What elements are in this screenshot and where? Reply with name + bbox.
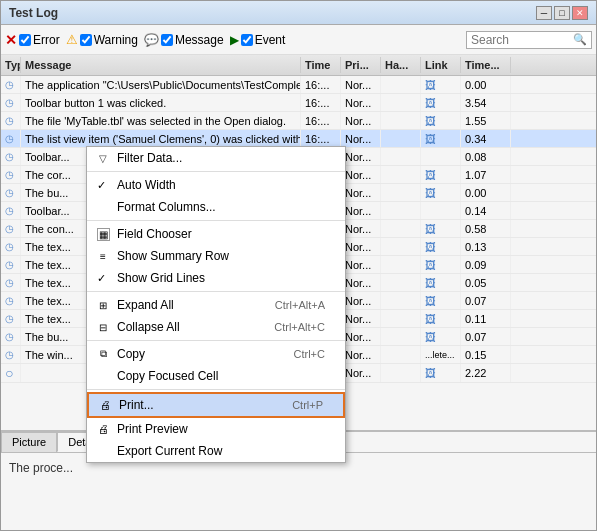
menu-item-show-grid-lines[interactable]: ✓ Show Grid Lines (87, 267, 345, 289)
toolbar-message: 💬 Message (144, 33, 224, 47)
menu-item-print-preview[interactable]: 🖨 Print Preview (87, 418, 345, 440)
menu-item-field-chooser[interactable]: ▦ Field Chooser (87, 223, 345, 245)
bottom-content-text: The proce... (9, 461, 73, 475)
tab-picture[interactable]: Picture (1, 432, 57, 452)
error-checkbox[interactable] (19, 34, 31, 46)
restore-button[interactable]: □ (554, 6, 570, 20)
menu-separator (87, 220, 345, 221)
event-checkbox[interactable] (241, 34, 253, 46)
menu-label-filter-data: Filter Data... (117, 151, 182, 165)
shortcut-print: Ctrl+P (292, 399, 323, 411)
event-icon: ▶ (230, 33, 239, 47)
row-message: The application "C:\Users\Public\Documen… (21, 76, 301, 93)
menu-label-auto-width: Auto Width (117, 178, 176, 192)
menu-item-export-current-row[interactable]: Export Current Row (87, 440, 345, 462)
row-ha (381, 76, 421, 93)
menu-item-collapse-all[interactable]: ⊟ Collapse All Ctrl+Alt+C (87, 316, 345, 338)
title-bar: Test Log ─ □ ✕ (1, 1, 596, 25)
col-time: Time (301, 57, 341, 73)
warning-label: Warning (94, 33, 138, 47)
menu-label-expand-all: Expand All (117, 298, 174, 312)
row-elapsed: 0.00 (461, 76, 511, 93)
menu-item-copy[interactable]: ⧉ Copy Ctrl+C (87, 343, 345, 365)
shortcut-expand-all: Ctrl+Alt+A (275, 299, 325, 311)
shortcut-copy: Ctrl+C (294, 348, 325, 360)
error-label: Error (33, 33, 60, 47)
menu-label-print: Print... (119, 398, 154, 412)
col-message: Message (21, 57, 301, 73)
menu-separator (87, 389, 345, 390)
menu-label-show-summary-row: Show Summary Row (117, 249, 229, 263)
col-elapsed: Time... (461, 57, 511, 73)
window-title: Test Log (9, 6, 58, 20)
menu-item-filter-data[interactable]: ▽ Filter Data... (87, 147, 345, 169)
copy-icon: ⧉ (95, 346, 111, 362)
collapse-icon: ⊟ (95, 319, 111, 335)
test-log-window: Test Log ─ □ ✕ ✕ Error ⚠ Warning 💬 Messa… (0, 0, 597, 531)
print-icon: 🖨 (97, 397, 113, 413)
search-icon: 🔍 (573, 33, 587, 46)
menu-item-show-summary-row[interactable]: ≡ Show Summary Row (87, 245, 345, 267)
toolbar-warning: ⚠ Warning (66, 32, 138, 47)
context-menu: ▽ Filter Data... ✓ Auto Width Format Col… (86, 146, 346, 463)
menu-item-print[interactable]: 🖨 Print... Ctrl+P (87, 392, 345, 418)
filter-icon: ▽ (95, 150, 111, 166)
search-input[interactable] (471, 33, 571, 47)
col-priority: Pri... (341, 57, 381, 73)
shortcut-collapse-all: Ctrl+Alt+C (274, 321, 325, 333)
toolbar-error: ✕ Error (5, 32, 60, 48)
menu-label-copy: Copy (117, 347, 145, 361)
table-row[interactable]: ◷ The file 'MyTable.tbl' was selected in… (1, 112, 596, 130)
menu-label-show-grid-lines: Show Grid Lines (117, 271, 205, 285)
menu-item-expand-all[interactable]: ⊞ Expand All Ctrl+Alt+A (87, 294, 345, 316)
message-label: Message (175, 33, 224, 47)
table-row[interactable]: ◷ The application "C:\Users\Public\Docum… (1, 76, 596, 94)
row-time: 16:... (301, 76, 341, 93)
col-link: Link (421, 57, 461, 73)
menu-separator (87, 340, 345, 341)
summary-row-icon: ≡ (95, 248, 111, 264)
warning-icon: ⚠ (66, 32, 78, 47)
window-controls: ─ □ ✕ (536, 6, 588, 20)
menu-separator (87, 171, 345, 172)
search-box: 🔍 (466, 31, 592, 49)
message-icon: 💬 (144, 33, 159, 47)
menu-item-copy-focused-cell[interactable]: Copy Focused Cell (87, 365, 345, 387)
error-icon: ✕ (5, 32, 17, 48)
message-checkbox[interactable] (161, 34, 173, 46)
print-preview-icon: 🖨 (95, 421, 111, 437)
menu-label-format-columns: Format Columns... (117, 200, 216, 214)
close-button[interactable]: ✕ (572, 6, 588, 20)
menu-item-auto-width[interactable]: ✓ Auto Width (87, 174, 345, 196)
col-type: Type (1, 57, 21, 73)
menu-label-copy-focused-cell: Copy Focused Cell (117, 369, 218, 383)
toolbar: ✕ Error ⚠ Warning 💬 Message ▶ Event 🔍 (1, 25, 596, 55)
expand-icon: ⊞ (95, 297, 111, 313)
check-icon: ✓ (97, 179, 106, 192)
minimize-button[interactable]: ─ (536, 6, 552, 20)
toolbar-event: ▶ Event (230, 33, 286, 47)
row-pri: Nor... (341, 76, 381, 93)
menu-separator (87, 291, 345, 292)
table-header: Type Message Time Pri... Ha... Link Time… (1, 55, 596, 76)
menu-label-print-preview: Print Preview (117, 422, 188, 436)
menu-label-field-chooser: Field Chooser (117, 227, 192, 241)
row-icon: ◷ (1, 76, 21, 93)
table-row[interactable]: ◷ Toolbar button 1 was clicked. 16:... N… (1, 94, 596, 112)
menu-item-format-columns[interactable]: Format Columns... (87, 196, 345, 218)
event-label: Event (255, 33, 286, 47)
field-chooser-icon: ▦ (95, 226, 111, 242)
warning-checkbox[interactable] (80, 34, 92, 46)
menu-label-export-current-row: Export Current Row (117, 444, 222, 458)
menu-label-collapse-all: Collapse All (117, 320, 180, 334)
check-icon: ✓ (97, 272, 106, 285)
row-link: 🖼 (421, 76, 461, 93)
col-ha: Ha... (381, 57, 421, 73)
